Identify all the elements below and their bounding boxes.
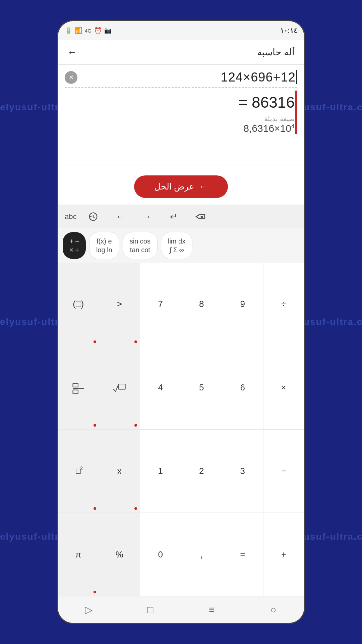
calculator-grid: (□) > 7 8 9 ÷ [58,263,304,596]
cursor-right-button[interactable]: → [137,208,157,225]
signal-icon: 📶 [75,27,82,34]
key-2[interactable]: 2 [181,430,222,513]
nav-menu[interactable]: ≡ [202,600,222,620]
display-top: ✕ 124×696+12 [65,70,297,85]
key-sqrt-dot [134,424,137,427]
tab-basic[interactable]: + − × ÷ [63,232,86,259]
keyboard-top-bar: abc ← → ↵ [58,205,304,228]
clear-button[interactable]: ✕ [65,71,77,84]
status-time: ١٠:١٤ [280,26,297,35]
key-minus[interactable]: − [263,430,304,513]
app-title: آلة حاسبة [257,47,295,58]
camera-icon: 📷 [104,27,112,34]
battery-icon: 🔋 [65,27,72,34]
expression-divider [65,87,297,88]
phone-frame: 🔋 📶 4G ⏰ 📷 ١٠:١٤ ← آلة حاسبة ✕ 124×696+1… [57,20,305,624]
svg-rect-5 [119,384,125,389]
tab-lim[interactable]: lim dx ∫ Σ ∞ [161,232,192,259]
key-x-dot [134,507,137,510]
solve-arrow-icon: ← [199,181,208,192]
key-greater[interactable]: > [99,263,140,346]
key-pi[interactable]: π [58,513,99,596]
result-area: = 86316 صيغة بديلة 8,6316×104 [65,91,297,134]
key-square[interactable]: □2 [58,430,99,513]
alt-label: صيغة بديلة [264,115,295,123]
key-5[interactable]: 5 [181,346,222,429]
alarm-icon: ⏰ [94,27,102,34]
app-content: ← آلة حاسبة ✕ 124×696+12 = 86316 صيغة بد… [58,40,304,623]
4g-icon: 4G [85,28,92,34]
nav-circle[interactable]: ○ [263,600,283,620]
key-fraction[interactable] [58,346,99,429]
key-6[interactable]: 6 [222,346,263,429]
alt-result-text: 8,6316×10 [243,123,291,134]
solve-btn-area: ← عرض الحل [58,165,304,205]
function-tabs: + − × ÷ f(x) e log ln sin cos tan cot li… [58,228,304,263]
tab-fx[interactable]: f(x) e log ln [89,232,119,259]
result-alt: 8,6316×104 [243,123,295,134]
back-button[interactable]: ← [67,47,77,58]
tab-basic-line1: + − [69,237,79,246]
key-pi-dot [94,591,96,593]
cursor [296,70,297,84]
key-sqrt[interactable] [99,346,140,429]
svg-rect-4 [73,390,78,393]
result-main: = 86316 [238,93,295,111]
abc-label: abc [65,212,76,221]
key-0[interactable]: 0 [140,513,181,596]
tab-trig-line1: sin cos [130,237,150,246]
solve-button[interactable]: ← عرض الحل [134,175,228,198]
tab-trig-line2: tan cot [130,246,150,254]
alt-result-exp: 4 [291,123,295,129]
nav-play[interactable]: ▷ [79,600,99,620]
expression-display: 124×696+12 [221,70,297,85]
key-7[interactable]: 7 [140,263,181,346]
key-paren-dot [94,340,96,343]
key-3[interactable]: 3 [222,430,263,513]
key-comma[interactable]: , [181,513,222,596]
status-bar: 🔋 📶 4G ⏰ 📷 ١٠:١٤ [58,21,304,40]
red-scroll-bar [295,91,297,134]
enter-button[interactable]: ↵ [164,208,184,225]
status-icons: 🔋 📶 4G ⏰ 📷 [65,27,112,34]
key-plus[interactable]: + [263,513,304,596]
title-bar: ← آلة حاسبة [58,40,304,65]
solve-button-label: عرض الحل [154,181,194,192]
key-percent[interactable]: % [99,513,140,596]
key-fraction-dot [94,424,96,427]
key-8[interactable]: 8 [181,263,222,346]
key-equals[interactable]: = [222,513,263,596]
tab-fx-line2: log ln [96,246,112,254]
tab-lim-line2: ∫ Σ ∞ [169,246,184,254]
history-button[interactable] [83,208,103,225]
tab-basic-line2: × ÷ [69,246,79,254]
key-divide[interactable]: ÷ [263,263,304,346]
cursor-left-button[interactable]: ← [110,208,130,225]
nav-home[interactable]: □ [140,600,160,620]
key-x[interactable]: x [99,430,140,513]
key-1[interactable]: 1 [140,430,181,513]
tab-trig[interactable]: sin cos tan cot [123,232,158,259]
key-paren[interactable]: (□) [58,263,99,346]
key-square-dot [94,507,96,510]
nav-bar: ▷ □ ≡ ○ [58,596,304,623]
key-greater-dot [134,340,137,343]
backspace-button[interactable] [190,208,210,225]
tab-lim-line1: lim dx [168,237,185,246]
key-9[interactable]: 9 [222,263,263,346]
svg-rect-2 [73,383,78,387]
tab-fx-line1: f(x) e [97,237,112,246]
key-multiply[interactable]: × [263,346,304,429]
key-4[interactable]: 4 [140,346,181,429]
display-area: ✕ 124×696+12 = 86316 صيغة بديلة 8,6316×1… [58,65,304,165]
expression-text: 124×696+12 [221,70,296,84]
